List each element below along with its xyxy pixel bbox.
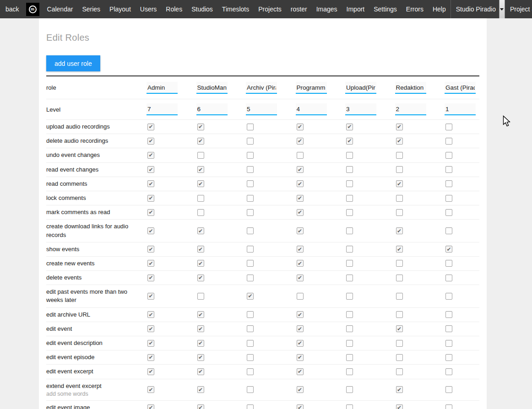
role-level-input-gast-pirad[interactable] bbox=[445, 103, 476, 115]
permission-checkbox-admin[interactable] bbox=[147, 138, 154, 145]
nav-item-help[interactable]: Help bbox=[428, 0, 451, 18]
permission-checkbox-studioman[interactable] bbox=[197, 124, 204, 130]
permission-checkbox-programm[interactable] bbox=[297, 325, 304, 332]
app-logo[interactable]: m bbox=[26, 3, 39, 16]
permission-checkbox-admin[interactable] bbox=[147, 340, 154, 347]
permission-checkbox-archiv-pira[interactable] bbox=[247, 386, 254, 393]
permission-checkbox-upload-pira[interactable] bbox=[346, 311, 353, 318]
nav-item-timeslots[interactable]: Timeslots bbox=[217, 0, 254, 18]
permission-checkbox-gast-pirad[interactable] bbox=[445, 246, 452, 253]
permission-checkbox-upload-pira[interactable] bbox=[346, 124, 353, 130]
permission-checkbox-admin[interactable] bbox=[147, 152, 154, 159]
permission-checkbox-archiv-pira[interactable] bbox=[247, 260, 254, 267]
permission-checkbox-studioman[interactable] bbox=[197, 368, 204, 375]
permission-checkbox-redaktion[interactable] bbox=[396, 195, 403, 202]
permission-checkbox-archiv-pira[interactable] bbox=[247, 180, 254, 187]
permission-checkbox-admin[interactable] bbox=[147, 386, 154, 393]
permission-checkbox-programm[interactable] bbox=[297, 180, 304, 187]
role-name-input-gast-pirad[interactable] bbox=[445, 82, 476, 94]
permission-checkbox-admin[interactable] bbox=[147, 166, 154, 173]
permission-checkbox-upload-pira[interactable] bbox=[346, 180, 353, 187]
permission-checkbox-gast-pirad[interactable] bbox=[445, 404, 452, 409]
studio-select[interactable]: Studio Piradio bbox=[451, 0, 505, 18]
permission-checkbox-programm[interactable] bbox=[297, 246, 304, 253]
permission-checkbox-archiv-pira[interactable] bbox=[247, 152, 254, 159]
permission-checkbox-programm[interactable] bbox=[297, 209, 304, 216]
permission-checkbox-gast-pirad[interactable] bbox=[445, 274, 452, 281]
permission-checkbox-archiv-pira[interactable] bbox=[247, 227, 254, 234]
role-level-input-studioman[interactable] bbox=[196, 103, 228, 115]
permission-checkbox-gast-pirad[interactable] bbox=[445, 209, 452, 216]
permission-checkbox-redaktion[interactable] bbox=[396, 209, 403, 216]
permission-checkbox-upload-pira[interactable] bbox=[346, 354, 353, 361]
permission-checkbox-upload-pira[interactable] bbox=[346, 274, 353, 281]
permission-checkbox-redaktion[interactable] bbox=[396, 124, 403, 130]
permission-checkbox-admin[interactable] bbox=[147, 325, 154, 332]
permission-checkbox-studioman[interactable] bbox=[197, 152, 204, 159]
permission-checkbox-programm[interactable] bbox=[297, 260, 304, 267]
permission-checkbox-gast-pirad[interactable] bbox=[445, 368, 452, 375]
role-level-input-redaktion[interactable] bbox=[395, 103, 426, 115]
permission-checkbox-redaktion[interactable] bbox=[396, 340, 403, 347]
permission-checkbox-upload-pira[interactable] bbox=[346, 227, 353, 234]
permission-checkbox-redaktion[interactable] bbox=[396, 404, 403, 409]
permission-checkbox-admin[interactable] bbox=[147, 227, 154, 234]
nav-item-calendar[interactable]: Calendar bbox=[43, 0, 78, 18]
permission-checkbox-gast-pirad[interactable] bbox=[445, 354, 452, 361]
permission-checkbox-admin[interactable] bbox=[147, 195, 154, 202]
permission-checkbox-programm[interactable] bbox=[297, 404, 304, 409]
permission-checkbox-archiv-pira[interactable] bbox=[247, 354, 254, 361]
permission-checkbox-studioman[interactable] bbox=[197, 138, 204, 145]
permission-checkbox-gast-pirad[interactable] bbox=[445, 138, 452, 145]
role-name-input-redaktion[interactable] bbox=[395, 82, 426, 94]
role-level-input-upload-pira[interactable] bbox=[345, 103, 376, 115]
permission-checkbox-redaktion[interactable] bbox=[396, 227, 403, 234]
permission-checkbox-redaktion[interactable] bbox=[396, 325, 403, 332]
permission-checkbox-programm[interactable] bbox=[297, 152, 304, 159]
permission-checkbox-admin[interactable] bbox=[147, 311, 154, 318]
permission-checkbox-archiv-pira[interactable] bbox=[247, 404, 254, 409]
studio-select-button[interactable] bbox=[499, 0, 505, 18]
permission-checkbox-upload-pira[interactable] bbox=[346, 260, 353, 267]
permission-checkbox-studioman[interactable] bbox=[197, 386, 204, 393]
permission-checkbox-upload-pira[interactable] bbox=[346, 138, 353, 145]
permission-checkbox-gast-pirad[interactable] bbox=[445, 293, 452, 300]
permission-checkbox-gast-pirad[interactable] bbox=[445, 124, 452, 130]
permission-checkbox-redaktion[interactable] bbox=[396, 260, 403, 267]
permission-checkbox-admin[interactable] bbox=[147, 180, 154, 187]
permission-checkbox-programm[interactable] bbox=[297, 124, 304, 130]
permission-checkbox-studioman[interactable] bbox=[197, 404, 204, 409]
permission-checkbox-admin[interactable] bbox=[147, 209, 154, 216]
permission-checkbox-archiv-pira[interactable] bbox=[247, 311, 254, 318]
project-select[interactable]: Project 88vier bbox=[505, 0, 532, 18]
permission-checkbox-studioman[interactable] bbox=[197, 293, 204, 300]
permission-checkbox-upload-pira[interactable] bbox=[346, 152, 353, 159]
role-level-input-archiv-pira[interactable] bbox=[246, 103, 277, 115]
permission-checkbox-upload-pira[interactable] bbox=[346, 246, 353, 253]
nav-item-errors[interactable]: Errors bbox=[402, 0, 428, 18]
permission-checkbox-redaktion[interactable] bbox=[396, 138, 403, 145]
nav-item-settings[interactable]: Settings bbox=[369, 0, 402, 18]
nav-item-projects[interactable]: Projects bbox=[254, 0, 286, 18]
permission-checkbox-redaktion[interactable] bbox=[396, 354, 403, 361]
permission-checkbox-redaktion[interactable] bbox=[396, 180, 403, 187]
permission-checkbox-gast-pirad[interactable] bbox=[445, 166, 452, 173]
permission-checkbox-redaktion[interactable] bbox=[396, 166, 403, 173]
add-user-role-button[interactable]: add user role bbox=[46, 55, 100, 71]
permission-checkbox-programm[interactable] bbox=[297, 368, 304, 375]
permission-checkbox-programm[interactable] bbox=[297, 166, 304, 173]
nav-item-studios[interactable]: Studios bbox=[187, 0, 217, 18]
permission-checkbox-admin[interactable] bbox=[147, 368, 154, 375]
permission-checkbox-admin[interactable] bbox=[147, 124, 154, 130]
role-name-input-admin[interactable] bbox=[147, 82, 178, 94]
permission-checkbox-upload-pira[interactable] bbox=[346, 404, 353, 409]
permission-checkbox-programm[interactable] bbox=[297, 293, 304, 300]
permission-checkbox-archiv-pira[interactable] bbox=[247, 340, 254, 347]
permission-checkbox-studioman[interactable] bbox=[197, 354, 204, 361]
role-level-input-admin[interactable] bbox=[147, 103, 178, 115]
permission-checkbox-upload-pira[interactable] bbox=[346, 293, 353, 300]
permission-checkbox-archiv-pira[interactable] bbox=[247, 368, 254, 375]
role-name-input-programm[interactable] bbox=[296, 82, 327, 94]
permission-checkbox-redaktion[interactable] bbox=[396, 246, 403, 253]
permission-checkbox-studioman[interactable] bbox=[197, 166, 204, 173]
